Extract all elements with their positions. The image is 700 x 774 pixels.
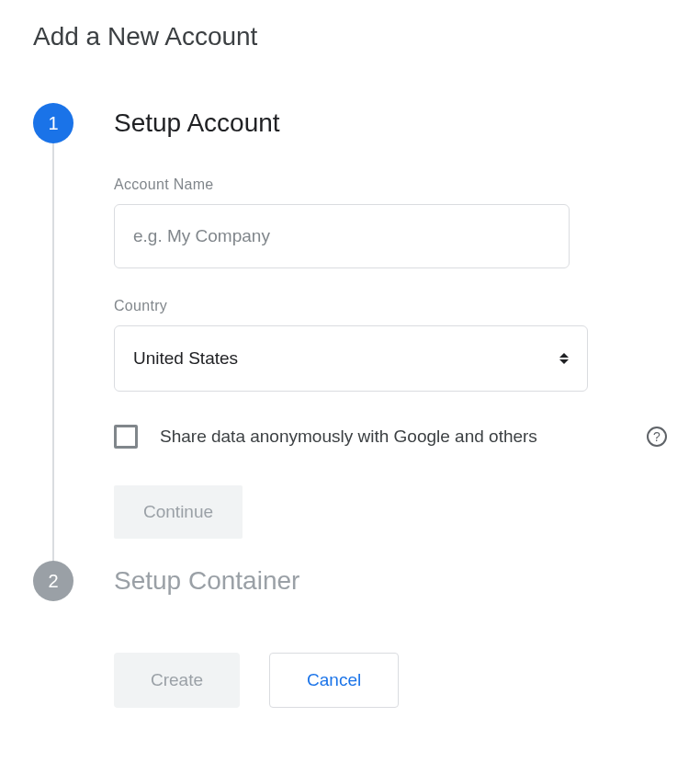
share-data-label: Share data anonymously with Google and o… bbox=[160, 427, 625, 447]
account-name-input[interactable] bbox=[114, 204, 570, 268]
create-button[interactable]: Create bbox=[114, 653, 240, 708]
cancel-button[interactable]: Cancel bbox=[269, 653, 399, 708]
step-1-content: Account Name Country United States S bbox=[114, 176, 667, 539]
step-2: 2 Setup Container bbox=[33, 561, 667, 601]
page-title: Add a New Account bbox=[33, 22, 667, 51]
share-data-checkbox[interactable] bbox=[114, 425, 138, 449]
step-1-number: 1 bbox=[48, 113, 58, 134]
step-1: 1 Setup Account Account Name Country Uni… bbox=[33, 103, 667, 561]
step-1-title: Setup Account bbox=[114, 103, 667, 143]
country-select-wrapper: United States bbox=[114, 325, 588, 392]
share-data-row: Share data anonymously with Google and o… bbox=[114, 425, 667, 449]
step-2-circle: 2 bbox=[33, 561, 73, 601]
country-select[interactable]: United States bbox=[114, 325, 588, 392]
step-2-number: 2 bbox=[48, 571, 58, 592]
account-name-label: Account Name bbox=[114, 176, 667, 193]
account-name-field-group: Account Name bbox=[114, 176, 667, 268]
stepper: 1 Setup Account Account Name Country Uni… bbox=[33, 103, 667, 601]
continue-button[interactable]: Continue bbox=[114, 485, 243, 539]
country-field-group: Country United States bbox=[114, 298, 667, 392]
step-2-title: Setup Container bbox=[114, 561, 667, 601]
footer-actions: Create Cancel bbox=[114, 653, 667, 708]
help-icon[interactable]: ? bbox=[647, 427, 667, 447]
country-label: Country bbox=[114, 298, 667, 314]
step-connector bbox=[52, 143, 54, 581]
step-1-circle: 1 bbox=[33, 103, 73, 143]
country-selected-value: United States bbox=[133, 348, 238, 369]
